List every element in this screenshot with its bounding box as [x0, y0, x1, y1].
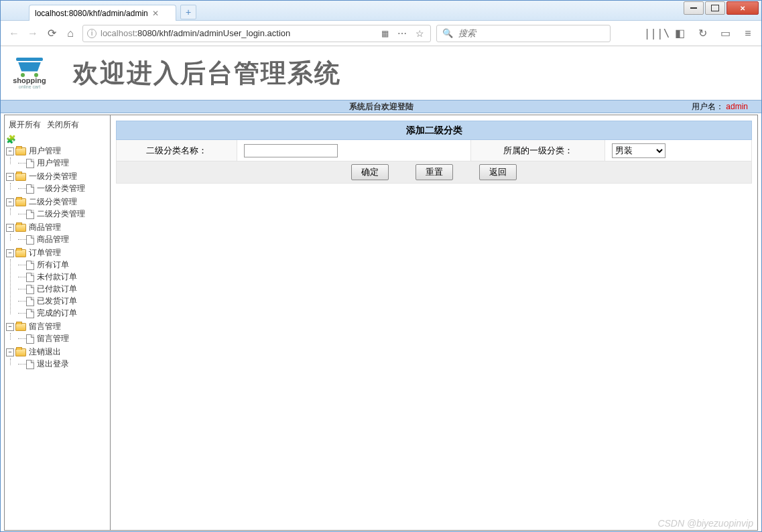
tree-leaf[interactable]: 已发货订单 — [18, 295, 109, 308]
close-window-button[interactable] — [726, 1, 759, 15]
main-area: 展开所有 关闭所有 🧩 −用户管理用户管理−一级分类管理一级分类管理−二级分类管… — [4, 115, 758, 531]
tree-folder-label[interactable]: 用户管理 — [29, 145, 61, 157]
url-text: localhost:8080/khf/admin/adminUser_login… — [101, 28, 374, 38]
menu-icon[interactable]: ≡ — [741, 27, 755, 40]
cart-icon — [16, 58, 43, 75]
file-icon — [26, 184, 34, 194]
tree-folder[interactable]: −商品管理 — [6, 222, 109, 234]
tree-leaf-label[interactable]: 二级分类管理 — [37, 208, 85, 220]
user-label: 用户名： — [692, 102, 724, 111]
tree-controls: 展开所有 关闭所有 — [6, 118, 109, 132]
tree-leaf-label[interactable]: 留言管理 — [37, 333, 69, 344]
tree-leaf[interactable]: 二级分类管理 — [18, 208, 109, 220]
file-icon — [26, 297, 34, 306]
library-icon[interactable]: |||\ — [650, 27, 663, 40]
maximize-button[interactable] — [705, 1, 725, 15]
tree-leaf[interactable]: 一级分类管理 — [18, 183, 109, 195]
tree-folder[interactable]: −用户管理 — [6, 145, 109, 157]
notes-icon[interactable]: ▭ — [718, 27, 732, 40]
collapse-icon[interactable]: − — [6, 348, 14, 356]
site-info-icon[interactable]: i — [87, 29, 97, 38]
tree-folder-label[interactable]: 商品管理 — [29, 222, 61, 233]
tree-leaf[interactable]: 所有订单 — [18, 259, 109, 271]
collapse-icon[interactable]: − — [6, 249, 14, 257]
home-icon[interactable]: ⌂ — [64, 27, 77, 40]
parent-category-select[interactable]: 男装 — [612, 143, 665, 158]
form-table: 添加二级分类 二级分类名称： 所属的一级分类： 男装 — [116, 121, 752, 184]
tree-leaf[interactable]: 未付款订单 — [18, 271, 109, 283]
forward-icon[interactable]: → — [26, 27, 40, 40]
folder-icon — [15, 173, 26, 181]
collapse-icon[interactable]: − — [6, 173, 14, 181]
tree-leaf[interactable]: 退出登录 — [18, 358, 109, 371]
tree-leaf[interactable]: 用户管理 — [18, 157, 109, 170]
tab-title: localhost:8080/khf/admin/admin — [35, 9, 148, 18]
sidebar-icon[interactable]: ◧ — [673, 27, 686, 40]
tree-folder[interactable]: −一级分类管理 — [6, 171, 109, 183]
system-bar: 系统后台欢迎登陆 用户名： admin — [1, 100, 761, 113]
watermark: CSDN @biyezuopinvip — [657, 518, 753, 529]
more-icon[interactable]: ⋯ — [395, 27, 409, 40]
back-icon[interactable]: ← — [7, 27, 21, 40]
tree-folder[interactable]: −订单管理 — [6, 247, 109, 259]
sync-icon[interactable]: ↻ — [696, 27, 709, 40]
search-input[interactable] — [458, 28, 606, 38]
tree-leaf-label[interactable]: 已付款订单 — [37, 283, 77, 295]
search-bar[interactable]: 🔍 — [436, 25, 611, 42]
tree-leaf-label[interactable]: 未付款订单 — [37, 271, 77, 283]
tree-leaf[interactable]: 完成的订单 — [18, 308, 109, 320]
tree-leaf-label[interactable]: 一级分类管理 — [37, 183, 85, 194]
parent-cell: 男装 — [605, 140, 752, 161]
file-icon — [26, 261, 34, 270]
tree-folder-label[interactable]: 注销退出 — [29, 346, 61, 358]
browser-window: localhost:8080/khf/admin/admin ✕ + ← → ⟳… — [0, 0, 762, 532]
file-icon — [26, 360, 34, 369]
bookmark-icon[interactable]: ☆ — [413, 27, 426, 40]
url-bar[interactable]: i localhost:8080/khf/admin/adminUser_log… — [82, 25, 431, 42]
back-button[interactable]: 返回 — [479, 164, 517, 180]
file-icon — [26, 273, 34, 282]
tree-folder-label[interactable]: 订单管理 — [29, 247, 61, 259]
collapse-icon[interactable]: − — [6, 147, 14, 155]
tree-folder[interactable]: −注销退出 — [6, 346, 109, 358]
collapse-icon[interactable]: − — [6, 323, 14, 331]
user-name: admin — [726, 102, 748, 111]
tree-leaf-label[interactable]: 完成的订单 — [37, 308, 77, 319]
tree-folder[interactable]: −二级分类管理 — [6, 196, 109, 208]
file-icon — [26, 235, 34, 245]
tree-leaf-label[interactable]: 已发货订单 — [37, 295, 77, 307]
collapse-icon[interactable]: − — [6, 198, 14, 206]
tree-leaf[interactable]: 已付款订单 — [18, 283, 109, 295]
expand-all-link[interactable]: 展开所有 — [9, 120, 41, 129]
tree-leaf-label[interactable]: 商品管理 — [37, 234, 69, 245]
browser-tab-active[interactable]: localhost:8080/khf/admin/admin ✕ — [29, 5, 176, 21]
reader-icon[interactable]: ▦ — [378, 27, 391, 40]
tree-leaf[interactable]: 留言管理 — [18, 333, 109, 345]
close-tab-icon[interactable]: ✕ — [152, 9, 159, 18]
collapse-all-link[interactable]: 关闭所有 — [47, 120, 79, 129]
system-bar-user: 用户名： admin — [692, 101, 761, 113]
tree-leaf-label[interactable]: 所有订单 — [37, 259, 69, 271]
folder-icon — [15, 348, 26, 356]
tree-folder-label[interactable]: 二级分类管理 — [29, 196, 77, 208]
tree-folder-label[interactable]: 一级分类管理 — [29, 171, 77, 182]
reset-button[interactable]: 重置 — [416, 164, 453, 180]
reload-icon[interactable]: ⟳ — [45, 27, 58, 40]
tree-leaf[interactable]: 商品管理 — [18, 234, 109, 246]
folder-icon — [15, 323, 26, 331]
tree-folder[interactable]: −留言管理 — [6, 321, 109, 333]
tree-leaf-label[interactable]: 退出登录 — [37, 358, 69, 370]
submit-button[interactable]: 确定 — [351, 164, 389, 180]
folder-icon — [15, 147, 26, 155]
tree-folder-label[interactable]: 留言管理 — [29, 321, 61, 332]
tree-leaf-label[interactable]: 用户管理 — [37, 157, 69, 169]
category-name-input[interactable] — [244, 144, 338, 157]
minimize-button[interactable] — [684, 1, 704, 15]
name-cell — [237, 140, 471, 161]
collapse-icon[interactable]: − — [6, 224, 14, 232]
new-tab-button[interactable]: + — [180, 5, 196, 19]
folder-icon — [15, 198, 26, 206]
browser-navbar: ← → ⟳ ⌂ i localhost:8080/khf/admin/admin… — [1, 21, 761, 46]
page-content: shopping online cart 欢迎进入后台管理系统 系统后台欢迎登陆… — [1, 46, 761, 532]
tree-root-icon: 🧩 — [6, 135, 17, 144]
